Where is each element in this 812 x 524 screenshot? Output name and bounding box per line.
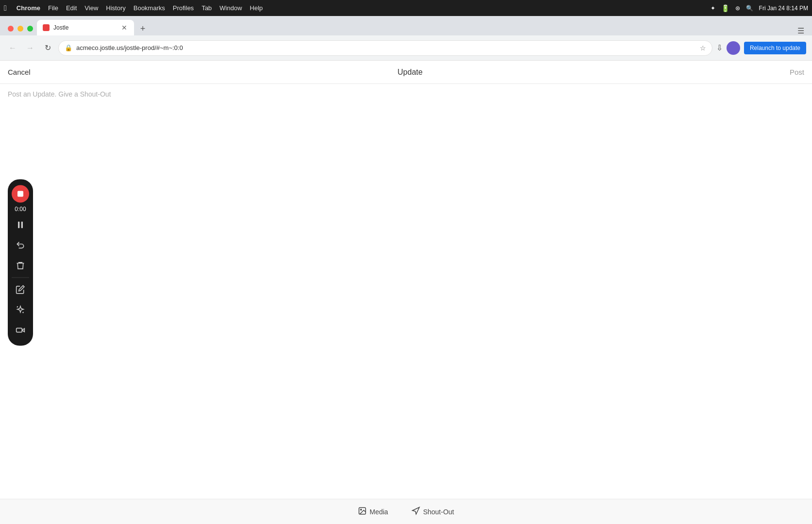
tab-favicon <box>43 24 50 31</box>
record-icon <box>17 191 23 196</box>
address-bar[interactable]: 🔒 acmeco.jostle.us/jostle-prod/#~m~:0:0 … <box>58 40 712 56</box>
system-icon-brightness: ✦ <box>710 5 715 12</box>
menubar-view[interactable]: View <box>85 4 98 12</box>
content-placeholder: Post an Update. Give a Shout-Out <box>8 90 111 98</box>
toolbar-divider <box>12 277 29 278</box>
profile-button[interactable] <box>727 41 740 55</box>
app-container: Cancel Update Post Post an Update. Give … <box>0 61 812 524</box>
active-tab[interactable]: Jostle ✕ <box>37 20 134 35</box>
menubar-bookmarks[interactable]: Bookmarks <box>134 4 165 12</box>
new-tab-button[interactable]: + <box>136 22 150 35</box>
relaunch-button[interactable]: Relaunch to update <box>744 42 806 54</box>
menubar-chrome[interactable]: Chrome <box>17 4 40 12</box>
minimize-window-btn[interactable] <box>17 26 23 32</box>
effects-button[interactable] <box>11 300 30 319</box>
svg-rect-2 <box>17 328 22 332</box>
app-header: Cancel Update Post <box>0 61 812 84</box>
back-button[interactable]: ← <box>6 41 19 55</box>
record-button[interactable] <box>12 185 29 202</box>
menubar-window[interactable]: Window <box>220 4 242 12</box>
menubar-time: Fri Jan 24 8:14 PM <box>759 5 808 12</box>
svg-rect-0 <box>18 221 19 228</box>
url-text[interactable]: acmeco.jostle.us/jostle-prod/#~m~:0:0 <box>76 44 696 51</box>
cancel-button[interactable]: Cancel <box>8 68 31 76</box>
shoutout-label: Shout-Out <box>423 508 454 516</box>
close-window-btn[interactable] <box>8 26 14 32</box>
tab-title: Jostle <box>53 24 68 31</box>
media-button[interactable]: Media <box>352 504 394 520</box>
floating-toolbar: 0:00 <box>8 179 33 345</box>
edit-button[interactable] <box>11 279 30 299</box>
apple-logo:  <box>4 4 7 13</box>
post-button[interactable]: Post <box>790 68 804 76</box>
downloads-icon[interactable]: ⇩ <box>716 43 723 52</box>
tab-close-btn[interactable]: ✕ <box>120 24 128 32</box>
bottom-bar: Media Shout-Out <box>0 499 812 524</box>
media-label: Media <box>370 508 388 516</box>
menubar-history[interactable]: History <box>106 4 125 12</box>
maximize-window-btn[interactable] <box>27 26 33 32</box>
menubar-help[interactable]: Help <box>250 4 263 12</box>
lock-icon: 🔒 <box>65 44 72 51</box>
page-title: Update <box>398 68 423 77</box>
media-icon <box>358 507 367 517</box>
pause-button[interactable] <box>11 215 30 234</box>
video-button[interactable] <box>11 320 30 340</box>
addressbar: ← → ↻ 🔒 acmeco.jostle.us/jostle-prod/#~m… <box>0 35 812 61</box>
undo-button[interactable] <box>11 235 30 255</box>
shoutout-button[interactable]: Shout-Out <box>406 504 460 520</box>
menubar-tab[interactable]: Tab <box>202 4 212 12</box>
bookmark-icon[interactable]: ☆ <box>700 44 706 52</box>
wifi-icon: ⊛ <box>735 5 740 12</box>
menubar:  Chrome File Edit View History Bookmark… <box>0 0 812 16</box>
forward-button[interactable]: → <box>23 41 37 55</box>
menubar-profiles[interactable]: Profiles <box>173 4 194 12</box>
tabbar: Jostle ✕ + ☰ <box>0 16 812 35</box>
menubar-edit[interactable]: Edit <box>66 4 77 12</box>
shoutout-icon <box>411 507 420 517</box>
svg-point-4 <box>360 509 361 510</box>
reload-button[interactable]: ↻ <box>41 41 54 55</box>
menubar-file[interactable]: File <box>48 4 58 12</box>
delete-button[interactable] <box>11 256 30 275</box>
svg-rect-1 <box>21 221 23 228</box>
content-area[interactable]: Post an Update. Give a Shout-Out 0:00 <box>0 84 812 499</box>
tab-bar-menu[interactable]: ☰ <box>797 26 804 35</box>
window-controls <box>4 22 37 35</box>
search-icon: 🔍 <box>746 5 753 12</box>
battery-icon: 🔋 <box>721 4 729 12</box>
recording-timer: 0:00 <box>15 204 26 214</box>
